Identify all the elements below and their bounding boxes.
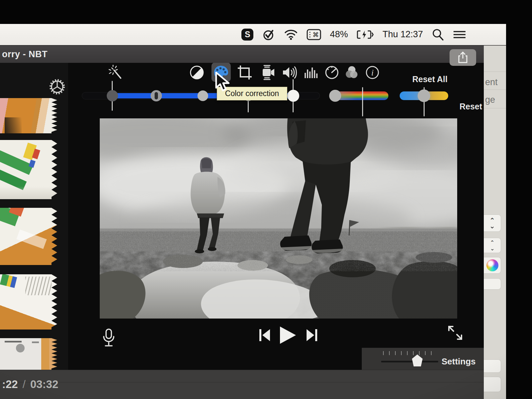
button-fragment[interactable] [484,278,501,290]
chevron-up-icon: ⌃ [490,240,494,245]
button-fragment[interactable] [484,377,501,392]
saturation-handle[interactable] [329,90,341,102]
volume-button[interactable] [282,65,298,80]
timeline-zoom-slider[interactable] [381,361,438,362]
stepper-fragment[interactable]: ⌃ ⌃ [484,238,501,253]
screen-bezel-right [506,0,532,399]
battery-percentage: 48% [330,29,348,40]
chevron-down-icon: ⌃ [490,245,494,251]
photographed-screen: S ⌘ 48% T [0,0,532,399]
clip-thumbnail[interactable] [0,338,57,370]
timeline-strip[interactable]: :22 / 03:32 [0,370,506,399]
background-text-fragment: ent [485,77,498,87]
background-window-strip: ent ge ⌃ ⌃ ⌃ ⌃ [484,46,506,399]
settings-button[interactable]: Settings [442,356,476,367]
screen-bezel-top [0,0,532,24]
svg-text:⌘: ⌘ [313,31,319,38]
checkmark-menu-icon[interactable] [262,28,275,41]
keyboard-viewer-menu-icon[interactable]: ⌘ [307,29,321,41]
timeline-zoom-ticks [383,351,437,355]
reset-all-button[interactable]: Reset All [404,74,448,84]
skip-forward-button[interactable] [306,329,318,342]
wifi-menu-icon[interactable] [284,29,298,41]
clip-browser-sidebar [0,63,68,370]
temperature-handle[interactable] [418,89,430,102]
record-voiceover-mic-button[interactable] [102,329,116,348]
noise-reduction-button[interactable] [303,65,319,80]
clip-info-button[interactable]: i [364,65,380,80]
macos-menu-bar: S ⌘ 48% T [0,24,506,45]
gear-icon[interactable] [49,79,65,95]
notification-center-icon[interactable] [453,30,466,40]
shadows-handle[interactable] [107,90,118,101]
reset-button[interactable]: Reset [460,102,482,111]
timecode-current: :22 [2,378,18,391]
window-title: orry - NBT [0,49,48,60]
spotlight-search-icon[interactable] [432,28,444,41]
cursor-pointer [215,72,230,93]
clip-thumbnail[interactable] [0,208,57,265]
play-button[interactable] [279,326,297,344]
imovie-titlebar[interactable]: orry - NBT [0,46,484,63]
timeline-seam [0,382,506,382]
chevron-down-icon: ⌃ [489,223,495,228]
clip-thumbnail[interactable] [0,98,57,133]
button-fragment[interactable] [484,359,501,373]
preview-frame-art [100,118,457,319]
skype-menu-icon[interactable]: S [241,29,253,41]
auto-enhance-button[interactable] [108,65,124,80]
siri-orb-fragment[interactable] [484,257,501,274]
info-glyph: i [371,68,373,77]
clip-filter-button[interactable] [344,65,360,80]
stepper-fragment[interactable]: ⌃ ⌃ [484,214,501,232]
background-text-fragment: ge [485,95,495,105]
slider-tick [362,87,363,116]
share-icon [458,52,468,64]
timecode-separator: / [23,378,26,391]
stabilization-button[interactable] [260,65,276,80]
fullscreen-button[interactable] [447,325,464,341]
timecode-total: 03:32 [30,378,58,391]
siri-orb-icon [486,259,498,271]
slider-tick [248,100,249,112]
video-preview[interactable] [100,118,457,319]
battery-charging-icon[interactable] [356,30,374,40]
clip-thumbnail[interactable] [0,274,57,330]
share-button[interactable] [450,49,476,66]
menu-bar-clock[interactable]: Thu 12:37 [382,29,423,40]
timecode-display: :22 / 03:32 [2,378,58,391]
white-point-handle[interactable] [287,90,299,102]
speed-button[interactable] [324,65,340,80]
midtones-handle[interactable] [198,90,208,101]
clip-thumbnail[interactable] [0,140,57,199]
skype-letter: S [245,30,250,39]
color-balance-button[interactable] [189,65,205,80]
black-point-handle[interactable] [151,90,162,101]
crop-button[interactable] [237,65,253,80]
skip-back-button[interactable] [259,329,271,342]
